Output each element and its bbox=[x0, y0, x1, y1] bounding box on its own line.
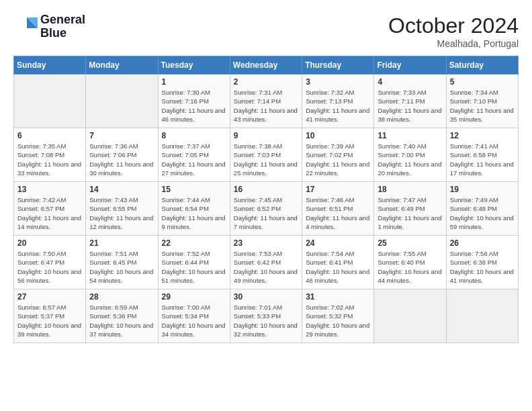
day-number: 28 bbox=[89, 292, 154, 302]
day-number: 2 bbox=[234, 77, 298, 87]
day-info: Sunrise: 7:31 AM Sunset: 7:14 PM Dayligh… bbox=[234, 88, 298, 124]
calendar-cell: 24Sunrise: 7:54 AM Sunset: 6:41 PM Dayli… bbox=[302, 236, 374, 289]
calendar-cell: 30Sunrise: 7:01 AM Sunset: 5:33 PM Dayli… bbox=[230, 289, 302, 343]
day-info: Sunrise: 7:39 AM Sunset: 7:02 PM Dayligh… bbox=[306, 142, 370, 177]
calendar-week-row: 27Sunrise: 6:57 AM Sunset: 5:37 PM Dayli… bbox=[14, 289, 519, 343]
day-info: Sunrise: 7:45 AM Sunset: 6:52 PM Dayligh… bbox=[234, 195, 298, 231]
day-info: Sunrise: 7:49 AM Sunset: 6:48 PM Dayligh… bbox=[450, 195, 515, 231]
weekday-header: Friday bbox=[374, 56, 446, 75]
calendar-cell: 23Sunrise: 7:53 AM Sunset: 6:42 PM Dayli… bbox=[230, 236, 302, 289]
day-info: Sunrise: 7:53 AM Sunset: 6:42 PM Dayligh… bbox=[234, 249, 298, 285]
calendar-cell: 22Sunrise: 7:52 AM Sunset: 6:44 PM Dayli… bbox=[158, 236, 230, 289]
day-number: 13 bbox=[17, 185, 82, 194]
day-info: Sunrise: 7:42 AM Sunset: 6:57 PM Dayligh… bbox=[17, 195, 82, 231]
calendar-cell: 2Sunrise: 7:31 AM Sunset: 7:14 PM Daylig… bbox=[230, 75, 302, 128]
calendar-cell: 31Sunrise: 7:02 AM Sunset: 5:32 PM Dayli… bbox=[302, 289, 374, 343]
day-number: 22 bbox=[162, 238, 226, 248]
day-number: 7 bbox=[89, 131, 154, 140]
calendar-cell: 29Sunrise: 7:00 AM Sunset: 5:34 PM Dayli… bbox=[158, 289, 230, 343]
calendar-cell: 18Sunrise: 7:47 AM Sunset: 6:49 PM Dayli… bbox=[374, 182, 446, 236]
calendar-cell: 27Sunrise: 6:57 AM Sunset: 5:37 PM Dayli… bbox=[14, 289, 86, 343]
logo-icon bbox=[13, 15, 38, 39]
day-info: Sunrise: 7:36 AM Sunset: 7:06 PM Dayligh… bbox=[89, 142, 154, 177]
day-info: Sunrise: 7:50 AM Sunset: 6:47 PM Dayligh… bbox=[17, 249, 82, 285]
day-info: Sunrise: 7:52 AM Sunset: 6:44 PM Dayligh… bbox=[162, 249, 226, 285]
calendar-cell: 15Sunrise: 7:44 AM Sunset: 6:54 PM Dayli… bbox=[158, 182, 230, 236]
day-number: 5 bbox=[450, 77, 515, 87]
page-header: General Blue October 2024 Mealhada, Port… bbox=[13, 13, 519, 49]
day-number: 18 bbox=[378, 185, 442, 194]
month-title: October 2024 bbox=[388, 13, 519, 38]
day-info: Sunrise: 6:59 AM Sunset: 5:36 PM Dayligh… bbox=[89, 303, 154, 338]
day-info: Sunrise: 7:32 AM Sunset: 7:13 PM Dayligh… bbox=[306, 88, 370, 124]
day-number: 11 bbox=[378, 131, 442, 140]
day-info: Sunrise: 7:46 AM Sunset: 6:51 PM Dayligh… bbox=[306, 195, 370, 231]
day-info: Sunrise: 6:57 AM Sunset: 5:37 PM Dayligh… bbox=[17, 303, 82, 338]
day-info: Sunrise: 7:43 AM Sunset: 6:55 PM Dayligh… bbox=[89, 195, 154, 231]
calendar-week-row: 13Sunrise: 7:42 AM Sunset: 6:57 PM Dayli… bbox=[14, 182, 519, 236]
day-number: 23 bbox=[234, 238, 298, 248]
calendar-cell: 19Sunrise: 7:49 AM Sunset: 6:48 PM Dayli… bbox=[446, 182, 518, 236]
day-number: 17 bbox=[306, 185, 370, 194]
day-number: 3 bbox=[306, 77, 370, 87]
location-subtitle: Mealhada, Portugal bbox=[388, 38, 519, 49]
day-info: Sunrise: 7:33 AM Sunset: 7:11 PM Dayligh… bbox=[378, 88, 442, 124]
day-number: 16 bbox=[234, 185, 298, 194]
day-number: 29 bbox=[162, 292, 226, 302]
calendar-cell: 8Sunrise: 7:37 AM Sunset: 7:05 PM Daylig… bbox=[158, 128, 230, 182]
calendar-cell: 20Sunrise: 7:50 AM Sunset: 6:47 PM Dayli… bbox=[14, 236, 86, 289]
calendar-cell: 21Sunrise: 7:51 AM Sunset: 6:45 PM Dayli… bbox=[86, 236, 158, 289]
calendar-week-row: 1Sunrise: 7:30 AM Sunset: 7:16 PM Daylig… bbox=[14, 75, 519, 128]
day-info: Sunrise: 7:44 AM Sunset: 6:54 PM Dayligh… bbox=[162, 195, 226, 231]
calendar-cell: 25Sunrise: 7:55 AM Sunset: 6:40 PM Dayli… bbox=[374, 236, 446, 289]
day-number: 10 bbox=[306, 131, 370, 140]
calendar-cell: 5Sunrise: 7:34 AM Sunset: 7:10 PM Daylig… bbox=[446, 75, 518, 128]
calendar-cell bbox=[14, 75, 86, 128]
calendar-cell bbox=[446, 289, 518, 343]
day-number: 6 bbox=[17, 131, 82, 140]
day-number: 19 bbox=[450, 185, 515, 194]
day-number: 4 bbox=[378, 77, 442, 87]
weekday-header: Saturday bbox=[446, 56, 518, 75]
weekday-header: Wednesday bbox=[230, 56, 302, 75]
day-info: Sunrise: 7:02 AM Sunset: 5:32 PM Dayligh… bbox=[306, 303, 370, 338]
calendar-cell: 10Sunrise: 7:39 AM Sunset: 7:02 PM Dayli… bbox=[302, 128, 374, 182]
weekday-header: Tuesday bbox=[158, 56, 230, 75]
day-number: 8 bbox=[162, 131, 226, 140]
day-number: 9 bbox=[234, 131, 298, 140]
day-number: 21 bbox=[89, 238, 154, 248]
day-info: Sunrise: 7:40 AM Sunset: 7:00 PM Dayligh… bbox=[378, 142, 442, 177]
calendar-cell: 14Sunrise: 7:43 AM Sunset: 6:55 PM Dayli… bbox=[86, 182, 158, 236]
calendar-cell: 3Sunrise: 7:32 AM Sunset: 7:13 PM Daylig… bbox=[302, 75, 374, 128]
calendar-cell: 16Sunrise: 7:45 AM Sunset: 6:52 PM Dayli… bbox=[230, 182, 302, 236]
day-number: 14 bbox=[89, 185, 154, 194]
logo-text: General Blue bbox=[40, 13, 85, 40]
weekday-header: Monday bbox=[86, 56, 158, 75]
calendar-cell: 4Sunrise: 7:33 AM Sunset: 7:11 PM Daylig… bbox=[374, 75, 446, 128]
day-info: Sunrise: 7:51 AM Sunset: 6:45 PM Dayligh… bbox=[89, 249, 154, 285]
calendar-cell: 11Sunrise: 7:40 AM Sunset: 7:00 PM Dayli… bbox=[374, 128, 446, 182]
day-info: Sunrise: 7:30 AM Sunset: 7:16 PM Dayligh… bbox=[162, 88, 226, 124]
calendar-week-row: 20Sunrise: 7:50 AM Sunset: 6:47 PM Dayli… bbox=[14, 236, 519, 289]
day-number: 26 bbox=[450, 238, 515, 248]
logo: General Blue bbox=[13, 13, 85, 40]
calendar-cell: 28Sunrise: 6:59 AM Sunset: 5:36 PM Dayli… bbox=[86, 289, 158, 343]
calendar-week-row: 6Sunrise: 7:35 AM Sunset: 7:08 PM Daylig… bbox=[14, 128, 519, 182]
weekday-header: Thursday bbox=[302, 56, 374, 75]
weekday-header: Sunday bbox=[14, 56, 86, 75]
day-info: Sunrise: 7:01 AM Sunset: 5:33 PM Dayligh… bbox=[234, 303, 298, 338]
calendar-cell bbox=[86, 75, 158, 128]
calendar-cell bbox=[374, 289, 446, 343]
day-info: Sunrise: 7:34 AM Sunset: 7:10 PM Dayligh… bbox=[450, 88, 515, 124]
day-number: 15 bbox=[162, 185, 226, 194]
day-info: Sunrise: 7:55 AM Sunset: 6:40 PM Dayligh… bbox=[378, 249, 442, 285]
day-number: 30 bbox=[234, 292, 298, 302]
day-number: 1 bbox=[162, 77, 226, 87]
calendar-table: SundayMondayTuesdayWednesdayThursdayFrid… bbox=[13, 56, 519, 343]
day-number: 24 bbox=[306, 238, 370, 248]
day-info: Sunrise: 7:47 AM Sunset: 6:49 PM Dayligh… bbox=[378, 195, 442, 231]
calendar-cell: 7Sunrise: 7:36 AM Sunset: 7:06 PM Daylig… bbox=[86, 128, 158, 182]
calendar-cell: 6Sunrise: 7:35 AM Sunset: 7:08 PM Daylig… bbox=[14, 128, 86, 182]
day-number: 20 bbox=[17, 238, 82, 248]
day-info: Sunrise: 7:54 AM Sunset: 6:41 PM Dayligh… bbox=[306, 249, 370, 285]
